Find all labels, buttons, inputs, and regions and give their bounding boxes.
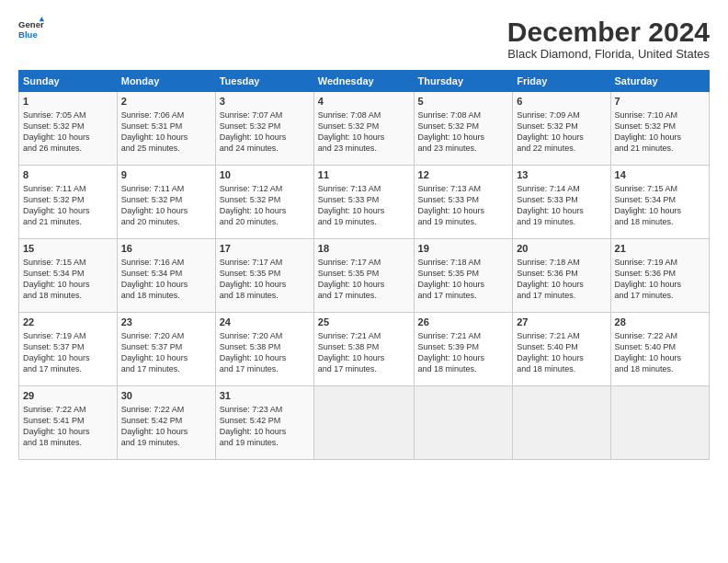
table-row: 10Sunrise: 7:12 AMSunset: 5:32 PMDayligh… — [215, 166, 313, 239]
col-wednesday: Wednesday — [313, 71, 414, 92]
table-row: 12Sunrise: 7:13 AMSunset: 5:33 PMDayligh… — [414, 166, 513, 239]
day-number: 13 — [517, 168, 606, 182]
day-number: 1 — [23, 95, 113, 109]
day-number: 7 — [615, 95, 705, 109]
table-row: 27Sunrise: 7:21 AMSunset: 5:40 PMDayligh… — [513, 313, 610, 386]
calendar-header-row: Sunday Monday Tuesday Wednesday Thursday… — [19, 71, 710, 92]
table-row — [610, 386, 709, 460]
table-row — [414, 386, 513, 460]
day-number: 28 — [615, 316, 705, 329]
table-row: 6Sunrise: 7:09 AMSunset: 5:32 PMDaylight… — [513, 92, 610, 166]
table-row: 22Sunrise: 7:19 AMSunset: 5:37 PMDayligh… — [19, 313, 118, 386]
table-row — [313, 386, 414, 460]
day-number: 25 — [318, 316, 410, 329]
logo: General Blue — [18, 17, 44, 42]
day-number: 21 — [615, 242, 705, 256]
calendar-week-row: 8Sunrise: 7:11 AMSunset: 5:32 PMDaylight… — [19, 166, 710, 239]
day-number: 14 — [615, 168, 705, 182]
table-row: 23Sunrise: 7:20 AMSunset: 5:37 PMDayligh… — [117, 313, 215, 386]
table-row: 24Sunrise: 7:20 AMSunset: 5:38 PMDayligh… — [215, 313, 313, 386]
table-row: 8Sunrise: 7:11 AMSunset: 5:32 PMDaylight… — [19, 166, 118, 239]
table-row — [513, 386, 610, 460]
table-row: 7Sunrise: 7:10 AMSunset: 5:32 PMDaylight… — [610, 92, 709, 166]
table-row: 13Sunrise: 7:14 AMSunset: 5:33 PMDayligh… — [513, 166, 610, 239]
svg-text:Blue: Blue — [18, 29, 38, 40]
calendar-week-row: 15Sunrise: 7:15 AMSunset: 5:34 PMDayligh… — [19, 239, 710, 313]
day-number: 12 — [418, 168, 509, 182]
calendar-week-row: 22Sunrise: 7:19 AMSunset: 5:37 PMDayligh… — [19, 313, 710, 386]
day-number: 29 — [23, 389, 113, 403]
table-row: 1Sunrise: 7:05 AMSunset: 5:32 PMDaylight… — [19, 92, 118, 166]
day-number: 22 — [23, 316, 113, 329]
table-row: 30Sunrise: 7:22 AMSunset: 5:42 PMDayligh… — [117, 386, 215, 460]
table-row: 20Sunrise: 7:18 AMSunset: 5:36 PMDayligh… — [513, 239, 610, 313]
day-number: 17 — [220, 242, 310, 256]
day-number: 9 — [121, 168, 211, 182]
day-number: 10 — [220, 168, 310, 182]
day-number: 27 — [517, 316, 606, 329]
table-row: 4Sunrise: 7:08 AMSunset: 5:32 PMDaylight… — [313, 92, 414, 166]
day-number: 31 — [220, 389, 310, 403]
day-number: 30 — [121, 389, 211, 403]
table-row: 19Sunrise: 7:18 AMSunset: 5:35 PMDayligh… — [414, 239, 513, 313]
table-row: 28Sunrise: 7:22 AMSunset: 5:40 PMDayligh… — [610, 313, 709, 386]
logo-icon: General Blue — [18, 17, 44, 42]
day-number: 15 — [23, 242, 113, 256]
table-row: 5Sunrise: 7:08 AMSunset: 5:32 PMDaylight… — [414, 92, 513, 166]
subtitle: Black Diamond, Florida, United States — [507, 47, 710, 61]
day-number: 20 — [517, 242, 606, 256]
table-row: 29Sunrise: 7:22 AMSunset: 5:41 PMDayligh… — [19, 386, 118, 460]
day-number: 3 — [220, 95, 310, 109]
col-friday: Friday — [513, 71, 610, 92]
day-number: 6 — [517, 95, 606, 109]
calendar-table: Sunday Monday Tuesday Wednesday Thursday… — [18, 70, 710, 460]
main-title: December 2024 — [507, 17, 710, 47]
col-tuesday: Tuesday — [215, 71, 313, 92]
table-row: 18Sunrise: 7:17 AMSunset: 5:35 PMDayligh… — [313, 239, 414, 313]
day-number: 4 — [318, 95, 410, 109]
day-number: 8 — [23, 168, 113, 182]
table-row: 2Sunrise: 7:06 AMSunset: 5:31 PMDaylight… — [117, 92, 215, 166]
table-row: 31Sunrise: 7:23 AMSunset: 5:42 PMDayligh… — [215, 386, 313, 460]
title-block: December 2024 Black Diamond, Florida, Un… — [507, 17, 710, 61]
table-row: 3Sunrise: 7:07 AMSunset: 5:32 PMDaylight… — [215, 92, 313, 166]
table-row: 16Sunrise: 7:16 AMSunset: 5:34 PMDayligh… — [117, 239, 215, 313]
day-number: 5 — [418, 95, 509, 109]
table-row: 15Sunrise: 7:15 AMSunset: 5:34 PMDayligh… — [19, 239, 118, 313]
col-thursday: Thursday — [414, 71, 513, 92]
col-sunday: Sunday — [19, 71, 118, 92]
table-row: 11Sunrise: 7:13 AMSunset: 5:33 PMDayligh… — [313, 166, 414, 239]
day-number: 2 — [121, 95, 211, 109]
col-monday: Monday — [117, 71, 215, 92]
table-row: 14Sunrise: 7:15 AMSunset: 5:34 PMDayligh… — [610, 166, 709, 239]
table-row: 25Sunrise: 7:21 AMSunset: 5:38 PMDayligh… — [313, 313, 414, 386]
table-row: 26Sunrise: 7:21 AMSunset: 5:39 PMDayligh… — [414, 313, 513, 386]
calendar-week-row: 29Sunrise: 7:22 AMSunset: 5:41 PMDayligh… — [19, 386, 710, 460]
day-number: 18 — [318, 242, 410, 256]
table-row: 21Sunrise: 7:19 AMSunset: 5:36 PMDayligh… — [610, 239, 709, 313]
col-saturday: Saturday — [610, 71, 709, 92]
header: General Blue December 2024 Black Diamond… — [18, 17, 710, 61]
day-number: 19 — [418, 242, 509, 256]
day-number: 26 — [418, 316, 509, 329]
day-number: 24 — [220, 316, 310, 329]
page: General Blue December 2024 Black Diamond… — [0, 0, 728, 563]
calendar-week-row: 1Sunrise: 7:05 AMSunset: 5:32 PMDaylight… — [19, 92, 710, 166]
table-row: 17Sunrise: 7:17 AMSunset: 5:35 PMDayligh… — [215, 239, 313, 313]
day-number: 11 — [318, 168, 410, 182]
table-row: 9Sunrise: 7:11 AMSunset: 5:32 PMDaylight… — [117, 166, 215, 239]
day-number: 16 — [121, 242, 211, 256]
day-number: 23 — [121, 316, 211, 329]
